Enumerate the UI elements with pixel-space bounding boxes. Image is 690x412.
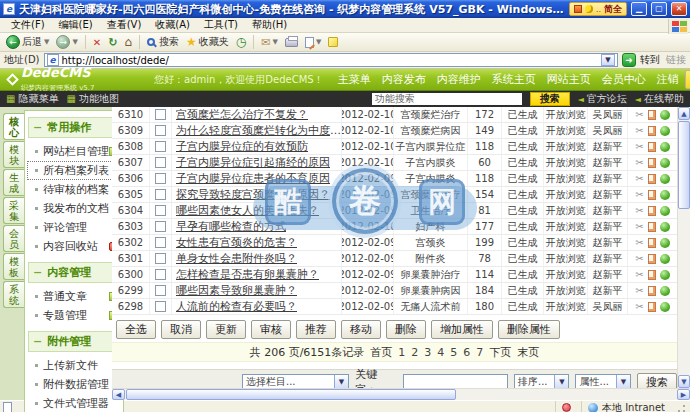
menu-item[interactable]: 工具(T): [197, 18, 245, 32]
scroll-left-icon[interactable]: ◀: [112, 389, 125, 400]
mail-button[interactable]: ✉ ▼: [259, 36, 280, 49]
preview-icon[interactable]: ✂: [635, 142, 643, 152]
filter-search-button[interactable]: 搜索: [637, 373, 677, 389]
links-label[interactable]: 链接: [666, 53, 686, 67]
sidebar-tab[interactable]: 模板: [3, 253, 24, 280]
menu-item[interactable]: 查看(V): [100, 18, 149, 32]
address-input[interactable]: e http://localhost/dede/ ▼: [44, 53, 618, 67]
menu-item[interactable]: 收藏(A): [148, 18, 197, 32]
doc-status[interactable]: 已生成: [502, 251, 544, 266]
row-checkbox[interactable]: [155, 269, 166, 280]
doc-title-link[interactable]: 子宫内膜异位症引起痛经的原因: [176, 155, 330, 170]
publish-icon[interactable]: [660, 190, 670, 200]
doc-category[interactable]: 宫颈糜烂病因: [394, 123, 468, 138]
publish-icon[interactable]: [660, 270, 670, 280]
edit-icon[interactable]: [648, 206, 656, 216]
address-dropdown-icon[interactable]: ▼: [601, 54, 615, 66]
preview-icon[interactable]: ✂: [635, 158, 643, 168]
doc-title-link[interactable]: 探究导致轻度宫颈糜烂的原因？: [176, 187, 330, 202]
doc-title-link[interactable]: 哪些因素使女人的美丽丢失？: [176, 203, 319, 218]
sidebar-tab[interactable]: 生成: [3, 169, 24, 196]
cms-nav-link[interactable]: 内容维护: [437, 72, 481, 87]
edit-icon[interactable]: [648, 254, 656, 264]
preview-icon[interactable]: ✂: [635, 126, 643, 136]
doc-category[interactable]: 宫颈糜烂治疗: [394, 107, 468, 122]
sidebar-item[interactable]: 附件数据管理: [27, 375, 121, 394]
first-page-link[interactable]: 首页: [370, 345, 392, 360]
forward-dropdown-icon[interactable]: ▼: [72, 38, 77, 46]
home-button[interactable]: ⌂: [122, 35, 134, 49]
column-select[interactable]: 选择栏目... ▼: [242, 374, 349, 389]
doc-category[interactable]: 子宫内膜炎: [394, 155, 468, 170]
section-header-common[interactable]: − 常用操作: [28, 117, 120, 138]
doc-title-link[interactable]: 人流前的检查有必要吗？: [176, 299, 297, 314]
doc-status[interactable]: 已生成: [502, 299, 544, 314]
resize-grip[interactable]: [675, 402, 687, 412]
doc-title-link[interactable]: 子宫内膜异位症患者的不育原因: [176, 171, 330, 186]
sidebar-item[interactable]: 普通文章: [27, 287, 121, 306]
doc-status[interactable]: 已生成: [502, 107, 544, 122]
edit-icon[interactable]: [648, 270, 656, 280]
doc-title-link[interactable]: 子宫内膜异位症的有效预防: [176, 139, 308, 154]
row-checkbox[interactable]: [155, 141, 166, 152]
search-button[interactable]: 搜索: [145, 35, 181, 49]
publish-icon[interactable]: [660, 206, 670, 216]
doc-title-link[interactable]: 单身女性会患附件炎吗？: [176, 251, 297, 266]
preview-icon[interactable]: ✂: [635, 110, 643, 120]
doc-category[interactable]: 妇产科: [394, 219, 468, 234]
publish-icon[interactable]: [660, 126, 670, 136]
doc-status[interactable]: 已生成: [502, 187, 544, 202]
batch-action-button[interactable]: 删除属性: [498, 320, 560, 339]
doc-status[interactable]: 已生成: [502, 267, 544, 282]
publish-icon[interactable]: [660, 142, 670, 152]
refresh-button[interactable]: ↻: [106, 36, 119, 49]
sidebar-item[interactable]: 所有档案列表: [27, 161, 121, 180]
favorites-button[interactable]: ★ 收藏夹: [184, 35, 231, 49]
edit-icon[interactable]: [648, 238, 656, 248]
scroll-up-icon[interactable]: ▲: [678, 107, 690, 120]
page-number-link[interactable]: 6: [463, 346, 470, 359]
vertical-scroll-thumb[interactable]: [678, 121, 690, 209]
edit-icon[interactable]: [648, 286, 656, 296]
sidebar-item[interactable]: 网站栏目管理: [27, 142, 121, 161]
maximize-button[interactable]: ▢: [651, 2, 667, 16]
row-checkbox[interactable]: [155, 253, 166, 264]
doc-status[interactable]: 已生成: [502, 219, 544, 234]
row-checkbox[interactable]: [155, 301, 166, 312]
doc-category[interactable]: 宫颈炎: [394, 235, 468, 250]
vertical-scrollbar[interactable]: ▲ ▼: [677, 107, 690, 388]
sidebar-tab[interactable]: 模块: [3, 141, 24, 168]
publish-icon[interactable]: [660, 302, 670, 312]
doc-title-link[interactable]: 早孕有哪些检查的方式: [176, 219, 286, 234]
hide-menu-button[interactable]: ▦ 隐藏菜单: [6, 92, 58, 106]
forward-button[interactable]: → ▼: [54, 35, 79, 49]
doc-category[interactable]: 宫颈糜烂治疗: [394, 187, 468, 202]
cms-nav-link[interactable]: 注销: [657, 72, 679, 87]
edit-icon[interactable]: [648, 142, 656, 152]
section-header-content[interactable]: − 内容管理: [28, 262, 120, 283]
menu-item[interactable]: 文件(F): [4, 18, 52, 32]
row-checkbox[interactable]: [155, 125, 166, 136]
sidebar-item[interactable]: 专题管理: [27, 306, 121, 325]
page-number-link[interactable]: 2: [411, 346, 418, 359]
row-checkbox[interactable]: [155, 205, 166, 216]
preview-icon[interactable]: ✂: [635, 254, 643, 264]
close-button[interactable]: ✕: [671, 2, 687, 16]
doc-category[interactable]: 卫生治疗: [394, 203, 468, 218]
messenger-button[interactable]: [326, 37, 340, 47]
doc-status[interactable]: 已生成: [502, 235, 544, 250]
sidebar-item[interactable]: 我发布的文档: [27, 199, 121, 218]
sidebar-tab[interactable]: 核心: [3, 113, 24, 140]
batch-action-button[interactable]: 移动: [341, 320, 381, 339]
official-forum-link[interactable]: ◄ 官方论坛: [578, 92, 627, 106]
page-number-link[interactable]: 4: [437, 346, 444, 359]
sidebar-item[interactable]: 评论管理: [27, 218, 121, 237]
vertical-scroll-track[interactable]: [678, 210, 690, 375]
preview-icon[interactable]: ✂: [635, 174, 643, 184]
minimize-button[interactable]: ▁: [631, 2, 647, 16]
go-label[interactable]: 转到: [640, 53, 660, 67]
sidebar-item[interactable]: 待审核的档案: [27, 180, 121, 199]
publish-icon[interactable]: [660, 158, 670, 168]
edit-icon[interactable]: [648, 302, 656, 312]
doc-status[interactable]: 已生成: [502, 203, 544, 218]
